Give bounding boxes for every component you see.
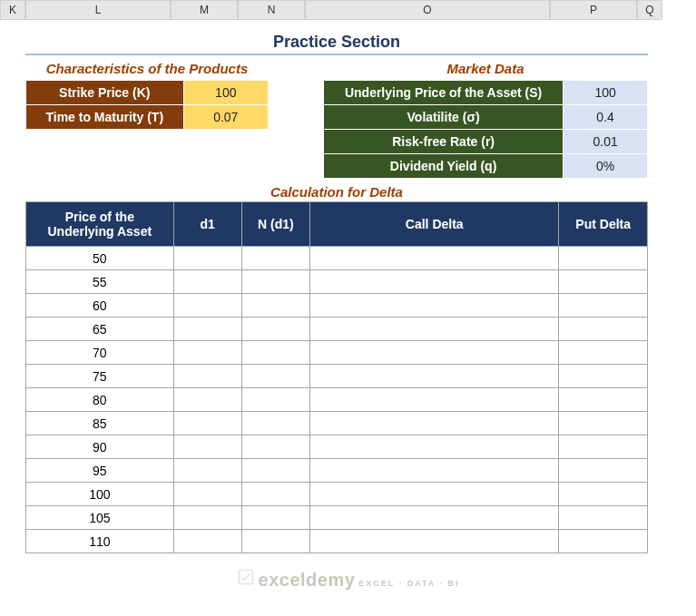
empty-cell[interactable] [310, 365, 559, 388]
mkt-value[interactable]: 100 [564, 81, 648, 105]
empty-cell[interactable] [241, 412, 309, 435]
mkt-value[interactable]: 0.4 [564, 105, 648, 130]
price-cell[interactable]: 110 [26, 530, 174, 553]
empty-cell[interactable] [559, 365, 648, 388]
empty-cell[interactable] [241, 435, 309, 459]
empty-cell[interactable] [173, 294, 241, 318]
empty-cell[interactable] [241, 365, 309, 388]
empty-cell[interactable] [241, 483, 309, 506]
empty-cell[interactable] [241, 530, 309, 553]
table-row: 75 [26, 365, 648, 388]
empty-cell[interactable] [310, 294, 559, 318]
char-label[interactable]: Strike Price (K) [26, 81, 184, 105]
empty-cell[interactable] [241, 318, 309, 341]
mkt-label[interactable]: Risk-free Rate (r) [324, 130, 564, 154]
col-header[interactable]: Q [637, 0, 662, 20]
mkt-label[interactable]: Volatilite (σ) [324, 105, 564, 130]
empty-cell[interactable] [241, 506, 309, 530]
empty-cell[interactable] [310, 318, 559, 341]
empty-cell[interactable] [241, 341, 309, 365]
empty-cell[interactable] [559, 270, 648, 294]
characteristics-table: Strike Price (K) 100 Time to Maturity (T… [25, 80, 269, 130]
char-value[interactable]: 100 [183, 81, 268, 105]
price-cell[interactable]: 85 [26, 412, 174, 435]
col-header[interactable]: M [171, 0, 238, 20]
empty-cell[interactable] [173, 506, 241, 530]
empty-cell[interactable] [559, 318, 648, 341]
empty-cell[interactable] [310, 270, 559, 294]
delta-header[interactable]: Put Delta [559, 202, 648, 247]
empty-cell[interactable] [559, 341, 648, 365]
empty-cell[interactable] [241, 388, 309, 412]
page-title: Practice Section [25, 27, 648, 55]
svg-rect-0 [239, 571, 252, 584]
empty-cell[interactable] [559, 247, 648, 270]
col-header[interactable]: L [25, 0, 171, 20]
empty-cell[interactable] [241, 247, 309, 270]
empty-cell[interactable] [173, 365, 241, 388]
empty-cell[interactable] [310, 435, 559, 459]
price-cell[interactable]: 80 [26, 388, 174, 412]
char-value[interactable]: 0.07 [183, 105, 268, 130]
delta-header[interactable]: d1 [173, 202, 241, 247]
price-cell[interactable]: 75 [26, 365, 174, 388]
col-header[interactable]: O [305, 0, 550, 20]
empty-cell[interactable] [173, 459, 241, 483]
mkt-value[interactable]: 0.01 [564, 130, 648, 154]
empty-cell[interactable] [173, 388, 241, 412]
empty-cell[interactable] [559, 294, 648, 318]
price-cell[interactable]: 55 [26, 270, 174, 294]
price-cell[interactable]: 60 [26, 294, 174, 318]
empty-cell[interactable] [173, 341, 241, 365]
empty-cell[interactable] [173, 483, 241, 506]
table-row: Risk-free Rate (r) 0.01 [324, 130, 648, 154]
mkt-label[interactable]: Dividend Yield (q) [324, 154, 564, 179]
empty-cell[interactable] [173, 412, 241, 435]
table-row: Time to Maturity (T) 0.07 [26, 105, 269, 130]
mkt-value[interactable]: 0% [564, 154, 648, 179]
watermark-tag: EXCEL · DATA · BI [358, 579, 459, 588]
price-cell[interactable]: 105 [26, 506, 174, 530]
empty-cell[interactable] [173, 247, 241, 270]
price-cell[interactable]: 70 [26, 341, 174, 365]
empty-cell[interactable] [310, 388, 559, 412]
empty-cell[interactable] [310, 506, 559, 530]
empty-cell[interactable] [559, 530, 648, 553]
empty-cell[interactable] [559, 459, 648, 483]
delta-header[interactable]: Price of the Underlying Asset [26, 202, 174, 247]
empty-cell[interactable] [559, 435, 648, 459]
price-cell[interactable]: 50 [26, 247, 174, 270]
price-cell[interactable]: 100 [26, 483, 174, 506]
empty-cell[interactable] [173, 270, 241, 294]
col-header[interactable]: K [0, 0, 25, 20]
empty-cell[interactable] [310, 247, 559, 270]
empty-cell[interactable] [173, 435, 241, 459]
delta-header[interactable]: Call Delta [310, 202, 559, 247]
empty-cell[interactable] [310, 459, 559, 483]
char-label[interactable]: Time to Maturity (T) [26, 105, 184, 130]
table-row: 50 [26, 247, 648, 270]
logo-icon [237, 568, 255, 586]
empty-cell[interactable] [559, 412, 648, 435]
empty-cell[interactable] [241, 294, 309, 318]
empty-cell[interactable] [310, 530, 559, 553]
price-cell[interactable]: 95 [26, 459, 174, 483]
mkt-label[interactable]: Underlying Price of the Asset (S) [324, 81, 564, 105]
col-header[interactable]: N [238, 0, 305, 20]
empty-cell[interactable] [310, 341, 559, 365]
market-table: Underlying Price of the Asset (S) 100 Vo… [323, 80, 648, 179]
delta-header[interactable]: N (d1) [241, 202, 309, 247]
empty-cell[interactable] [559, 388, 648, 412]
empty-cell[interactable] [310, 412, 559, 435]
empty-cell[interactable] [173, 530, 241, 553]
empty-cell[interactable] [173, 318, 241, 341]
empty-cell[interactable] [559, 483, 648, 506]
table-row: 80 [26, 388, 648, 412]
empty-cell[interactable] [241, 459, 309, 483]
empty-cell[interactable] [310, 483, 559, 506]
empty-cell[interactable] [559, 506, 648, 530]
empty-cell[interactable] [241, 270, 309, 294]
col-header[interactable]: P [550, 0, 637, 20]
price-cell[interactable]: 65 [26, 318, 174, 341]
price-cell[interactable]: 90 [26, 435, 174, 459]
